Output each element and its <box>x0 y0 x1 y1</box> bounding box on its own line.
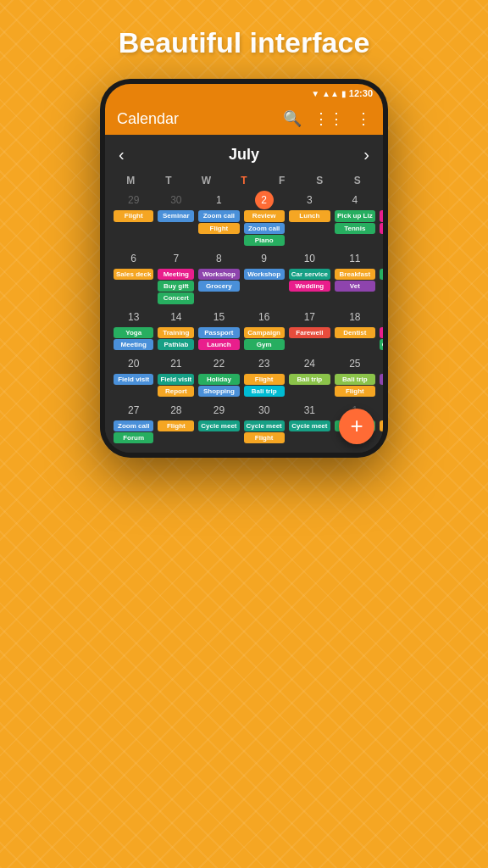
event-tag[interactable]: Farewell <box>289 327 330 338</box>
day-cell[interactable]: 14TrainingPathlab <box>156 307 196 353</box>
event-tag[interactable]: Zoom call <box>244 223 285 234</box>
event-tag[interactable]: Cycle meet <box>289 420 330 431</box>
event-tag[interactable]: Forum <box>114 432 153 443</box>
day-cell[interactable]: 11BreakfastVet <box>333 248 377 306</box>
event-tag[interactable]: Seminar <box>158 210 194 221</box>
event-tag[interactable]: Report <box>158 386 194 397</box>
prev-month-button[interactable]: ‹ <box>119 145 125 164</box>
event-tag[interactable]: Launch <box>198 339 239 350</box>
day-cell[interactable]: 31Cycle meet <box>287 400 332 446</box>
event-tag[interactable]: Campaign <box>244 327 285 338</box>
event-tag[interactable]: Cycle meet <box>244 420 285 431</box>
event-tag[interactable]: Zoom call <box>114 420 153 431</box>
day-cell[interactable]: 30Seminar <box>156 190 196 248</box>
event-tag[interactable]: Meeting <box>158 269 194 280</box>
day-cell[interactable]: 13YogaMeeting <box>112 307 155 353</box>
battery-icon: ▮ <box>341 89 347 98</box>
day-number: 28 <box>167 401 186 420</box>
event-tag[interactable]: Dinner <box>380 374 383 385</box>
event-tag[interactable]: Grocery <box>198 281 239 292</box>
event-tag[interactable]: Tennis <box>335 223 375 234</box>
event-tag[interactable]: Zoom call <box>198 210 239 221</box>
day-cell[interactable]: 2ReviewZoom callPiano <box>242 190 286 248</box>
event-tag[interactable]: Passport <box>198 327 239 338</box>
event-tag[interactable]: Flight <box>158 420 194 431</box>
day-cell[interactable]: 5GymBirthday <box>378 190 383 248</box>
event-tag[interactable]: Gym <box>244 339 285 350</box>
day-cell[interactable]: 2Gathering <box>378 400 383 446</box>
event-tag[interactable]: Birthday <box>380 223 383 234</box>
day-cell[interactable]: 25Bali tripFlight <box>333 353 377 399</box>
day-cell[interactable]: 6Sales deck <box>112 248 155 306</box>
event-tag[interactable]: Flight <box>244 374 285 385</box>
event-tag[interactable]: Wedding <box>289 281 330 292</box>
day-cell[interactable]: 12Park <box>378 248 383 306</box>
event-tag[interactable]: Park <box>380 269 383 280</box>
day-cell[interactable]: 28Flight <box>156 400 196 446</box>
event-tag[interactable]: Workshop <box>198 269 239 280</box>
day-cell[interactable]: 7MeetingBuy giftConcert <box>156 248 196 306</box>
event-tag[interactable]: Family <box>380 327 383 338</box>
event-tag[interactable]: Dentist <box>335 327 375 338</box>
event-tag[interactable]: Bali trip <box>335 374 375 385</box>
day-cell[interactable]: 17Farewell <box>287 307 332 353</box>
day-cell[interactable]: 22HolidayShopping <box>197 353 241 399</box>
event-tag[interactable]: Yoga <box>114 327 153 338</box>
event-tag[interactable]: Bali trip <box>289 374 330 385</box>
event-tag[interactable]: Meeting <box>114 339 153 350</box>
day-cell[interactable]: 27Zoom callForum <box>112 400 155 446</box>
day-cell[interactable]: 16CampaignGym <box>242 307 286 353</box>
event-tag[interactable]: Flight <box>198 223 239 234</box>
day-cell[interactable]: 9Workshop <box>242 248 286 306</box>
event-tag[interactable]: Pick up Liz <box>335 210 375 221</box>
event-tag[interactable]: Vet <box>335 281 375 292</box>
day-cell[interactable]: 26Dinner <box>378 353 383 399</box>
event-tag[interactable]: Lunch <box>289 210 330 221</box>
day-cell[interactable]: 15PassportLaunch <box>197 307 241 353</box>
day-cell[interactable]: 20Field visit <box>112 353 155 399</box>
day-cell[interactable]: 19FamilyGardening <box>378 307 383 353</box>
event-tag[interactable]: Piano <box>244 235 285 246</box>
event-tag[interactable]: Holiday <box>198 374 239 385</box>
day-cell[interactable]: 23FlightBali trip <box>242 353 286 399</box>
day-cell[interactable]: 3Lunch <box>287 190 332 248</box>
event-tag[interactable]: Flight <box>244 432 285 443</box>
day-cell[interactable]: 29Flight <box>112 190 155 248</box>
event-tag[interactable]: Gym <box>380 210 383 221</box>
event-tag[interactable]: Car service <box>289 269 330 280</box>
more-icon[interactable]: ⋮ <box>356 109 371 128</box>
event-tag[interactable]: Bali trip <box>244 386 285 397</box>
day-cell[interactable]: 18Dentist <box>333 307 377 353</box>
event-tag[interactable]: Cycle meet <box>198 420 239 431</box>
day-number: 22 <box>209 354 228 373</box>
search-icon[interactable]: 🔍 <box>283 109 302 128</box>
grid-icon[interactable]: ⋮⋮ <box>313 109 344 128</box>
day-cell[interactable]: 29Cycle meet <box>197 400 241 446</box>
event-tag[interactable]: Sales deck <box>114 269 153 280</box>
day-cell[interactable]: 1Zoom callFlight <box>197 190 241 248</box>
event-tag[interactable]: Workshop <box>244 269 285 280</box>
event-tag[interactable]: Shopping <box>198 386 239 397</box>
day-cell[interactable]: 21Field visitReport <box>156 353 196 399</box>
event-tag[interactable]: Breakfast <box>335 269 375 280</box>
event-tag[interactable]: Flight <box>114 210 153 221</box>
event-tag[interactable]: Gathering <box>380 420 383 431</box>
event-tag[interactable]: Review <box>244 210 285 221</box>
event-tag[interactable]: Training <box>158 327 194 338</box>
day-cell[interactable]: 10Car serviceWedding <box>287 248 332 306</box>
event-tag[interactable]: Pathlab <box>158 339 194 350</box>
event-tag[interactable]: Flight <box>335 386 375 397</box>
event-tag[interactable]: Buy gift <box>158 281 194 292</box>
day-cell[interactable]: 24Bali trip <box>287 353 332 399</box>
event-tag[interactable]: Gardening <box>380 339 383 350</box>
event-tag[interactable]: Concert <box>158 292 194 303</box>
next-month-button[interactable]: › <box>363 145 369 164</box>
day-cell[interactable]: 30Cycle meetFlight <box>242 400 286 446</box>
add-event-button[interactable]: + <box>339 409 374 444</box>
day-number: 23 <box>255 354 274 373</box>
event-tag[interactable]: Field visit <box>114 374 153 385</box>
day-number: 30 <box>255 401 274 420</box>
day-cell[interactable]: 4Pick up LizTennis <box>333 190 377 248</box>
event-tag[interactable]: Field visit <box>158 374 194 385</box>
day-cell[interactable]: 8WorkshopGrocery <box>197 248 241 306</box>
